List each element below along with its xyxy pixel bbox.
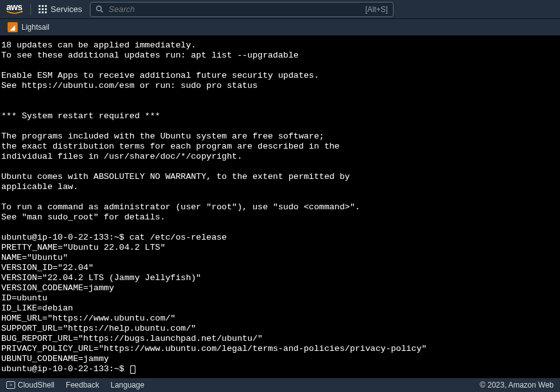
grid-icon	[39, 5, 47, 13]
terminal-line: ID_LIKE=debian	[1, 303, 559, 314]
footer-bar: > CloudShell Feedback Language © 2023, A…	[0, 378, 560, 392]
lightsail-label[interactable]: Lightsail	[22, 23, 49, 32]
terminal-line: PRETTY_NAME="Ubuntu 22.04.2 LTS"	[1, 243, 559, 253]
terminal-line	[1, 121, 559, 132]
terminal-line: the exact distribution terms for each pr…	[1, 142, 559, 152]
terminal-line: BUG_REPORT_URL="https://bugs.launchpad.n…	[1, 334, 559, 344]
svg-line-1	[101, 10, 103, 12]
terminal-line: individual files in /usr/share/doc/*/cop…	[1, 152, 559, 162]
terminal-output[interactable]: 18 updates can be applied immediately.To…	[0, 35, 560, 378]
terminal-line: See "man sudo_root" for details.	[1, 212, 559, 223]
terminal-line: See https://ubuntu.com/esm or run: sudo …	[1, 81, 559, 91]
terminal-line: 18 updates can be applied immediately.	[1, 40, 559, 51]
terminal-line: ubuntu@ip-10-0-22-133:~$ cat /etc/os-rel…	[1, 233, 559, 243]
terminal-line	[1, 91, 559, 101]
cursor	[130, 365, 135, 374]
terminal-line: ID=ubuntu	[1, 293, 559, 303]
search-hint: [Alt+S]	[365, 5, 388, 14]
terminal-line: VERSION="22.04.2 LTS (Jammy Jellyfish)"	[1, 273, 559, 283]
lightsail-icon[interactable]: ◢	[8, 22, 18, 32]
language-link[interactable]: Language	[111, 381, 144, 389]
terminal-line	[1, 223, 559, 233]
terminal-line: NAME="Ubuntu"	[1, 253, 559, 263]
terminal-line: To run a command as administrator (user …	[1, 202, 559, 212]
terminal-line: HOME_URL="https://www.ubuntu.com/"	[1, 314, 559, 324]
terminal-prompt[interactable]: ubuntu@ip-10-0-22-133:~$	[1, 364, 559, 374]
terminal-line: PRIVACY_POLICY_URL="https://www.ubuntu.c…	[1, 344, 559, 354]
terminal-line: To see these additional updates run: apt…	[1, 51, 559, 61]
service-bar: ◢ Lightsail	[0, 19, 560, 35]
services-menu[interactable]: Services	[39, 4, 82, 14]
terminal-line	[1, 162, 559, 172]
copyright-text: © 2023, Amazon Web	[480, 381, 554, 389]
cloudshell-button[interactable]: > CloudShell	[6, 381, 54, 389]
search-icon	[96, 5, 104, 13]
terminal-line	[1, 101, 559, 111]
terminal-line: applicable law.	[1, 182, 559, 192]
feedback-label: Feedback	[66, 381, 99, 389]
terminal-line: *** System restart required ***	[1, 111, 559, 121]
terminal-line: UBUNTU_CODENAME=jammy	[1, 354, 559, 364]
divider	[30, 4, 31, 15]
feedback-link[interactable]: Feedback	[66, 381, 99, 389]
aws-logo[interactable]: aws	[6, 4, 23, 15]
terminal-line: VERSION_ID="22.04"	[1, 263, 559, 273]
terminal-line	[1, 192, 559, 202]
terminal-line	[1, 61, 559, 71]
terminal-line: Enable ESM Apps to receive additional fu…	[1, 71, 559, 81]
terminal-line: VERSION_CODENAME=jammy	[1, 283, 559, 293]
top-nav: aws Services [Alt+S]	[0, 0, 560, 19]
terminal-line: The programs included with the Ubuntu sy…	[1, 132, 559, 142]
services-label: Services	[51, 4, 82, 14]
cloudshell-label: CloudShell	[18, 381, 54, 389]
svg-point-0	[96, 6, 101, 11]
cloudshell-icon: >	[6, 381, 15, 389]
terminal-line: SUPPORT_URL="https://help.ubuntu.com/"	[1, 324, 559, 334]
language-label: Language	[111, 381, 144, 389]
search-box[interactable]: [Alt+S]	[90, 2, 394, 17]
aws-smile-icon	[6, 11, 23, 15]
search-input[interactable]	[109, 4, 365, 14]
aws-logo-text: aws	[6, 4, 23, 11]
terminal-line: Ubuntu comes with ABSOLUTELY NO WARRANTY…	[1, 172, 559, 182]
